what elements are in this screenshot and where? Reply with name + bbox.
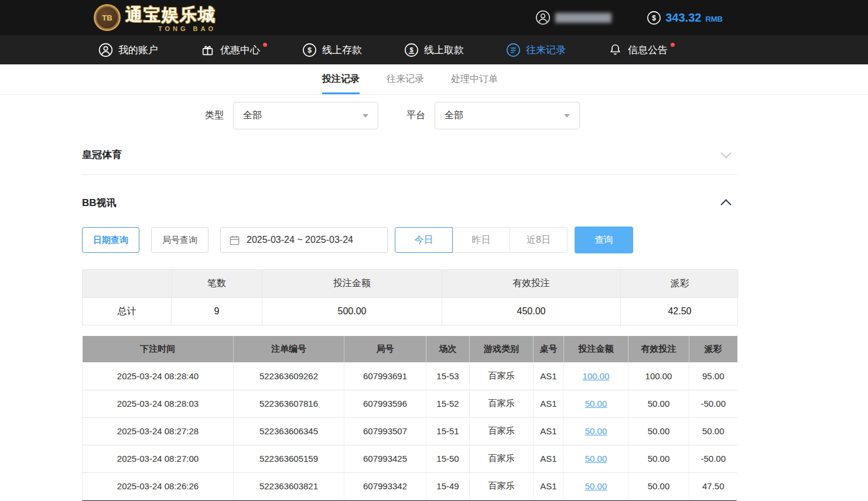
- quick-8days-button[interactable]: 近8日: [510, 227, 568, 253]
- col-game-type: 游戏类别: [470, 336, 534, 362]
- bet-amount-link[interactable]: 50.00: [585, 454, 607, 464]
- chevron-down-icon: [564, 114, 570, 118]
- valid-bet: 100.00: [628, 362, 689, 390]
- nav-withdraw[interactable]: $ 线上取款: [404, 43, 464, 57]
- session: 15-51: [426, 417, 470, 445]
- dollar-icon: $: [647, 11, 661, 25]
- account-menu[interactable]: ██████████: [535, 10, 611, 25]
- col-payout: 派彩: [689, 336, 737, 362]
- nav-announcements[interactable]: 信息公告: [608, 43, 668, 57]
- balance-amount: 343.32: [665, 11, 701, 25]
- col-order-number: 注单编号: [234, 336, 344, 362]
- platform-select[interactable]: 全部: [435, 102, 580, 129]
- table-row: 2025-03-24 08:26:26 522363603821 6079933…: [83, 472, 737, 500]
- gift-icon: [200, 43, 215, 57]
- svg-text:$: $: [307, 46, 312, 54]
- tab-transaction-records[interactable]: 往来记录: [387, 64, 424, 94]
- order-number: 522363605159: [234, 445, 344, 472]
- table-row: 2025-03-24 08:27:00 522363605159 6079934…: [83, 445, 737, 472]
- tab-processing-orders[interactable]: 处理中订单: [451, 64, 498, 94]
- summary-payout: 42.50: [620, 297, 739, 325]
- payout: 95.00: [689, 362, 737, 390]
- bet-amount-link[interactable]: 50.00: [585, 426, 607, 436]
- nav-deposit[interactable]: $ 线上存款: [302, 43, 362, 57]
- table-row: 2025-03-24 08:28:03 522363607816 6079935…: [83, 390, 737, 417]
- payout: 47.50: [689, 472, 737, 500]
- date-range-input[interactable]: 2025-03-24 ~ 2025-03-24: [220, 227, 388, 253]
- valid-bet: 50.00: [628, 445, 689, 472]
- chevron-down-icon: [363, 114, 368, 118]
- query-controls: 日期查询 局号查询 2025-03-24 ~ 2025-03-24 今日 昨日 …: [82, 227, 738, 253]
- summary-header-spacer: [83, 270, 171, 297]
- date-range-value: 2025-03-24 ~ 2025-03-24: [247, 235, 353, 245]
- bet-time: 2025-03-24 08:28:40: [83, 362, 234, 390]
- quick-today-button[interactable]: 今日: [395, 227, 453, 253]
- col-valid-bet: 有效投注: [628, 336, 689, 362]
- bet-amount-cell: 50.00: [564, 390, 628, 417]
- platform-filter-label: 平台: [406, 109, 425, 122]
- quick-yesterday-button[interactable]: 昨日: [452, 227, 510, 253]
- bet-time: 2025-03-24 08:27:28: [83, 417, 234, 445]
- nav-label: 线上存款: [322, 43, 362, 57]
- search-button[interactable]: 查询: [575, 227, 633, 253]
- type-select-value: 全部: [243, 109, 262, 122]
- bet-time: 2025-03-24 08:28:03: [83, 390, 234, 417]
- section-title: BB视讯: [82, 196, 117, 210]
- bet-amount-cell: 50.00: [564, 417, 628, 445]
- tab-bet-records[interactable]: 投注记录: [322, 64, 360, 94]
- table-row: 2025-03-24 08:28:40 522363609262 6079936…: [83, 362, 737, 390]
- brand-logo[interactable]: TB 通宝娱乐城 TONG BAO: [94, 4, 216, 32]
- notification-dot: [263, 43, 267, 47]
- summary-header-payout: 派彩: [620, 270, 739, 297]
- chevron-up-icon[interactable]: [720, 199, 731, 210]
- nav-my-account[interactable]: 我的账户: [98, 43, 158, 57]
- topbar-right: ██████████ $ 343.32 RMB: [535, 10, 723, 25]
- table-row: 2025-03-24 08:27:28 522363606345 6079935…: [83, 417, 737, 445]
- nav-transaction-records[interactable]: 往来记录: [506, 43, 566, 57]
- nav-label: 优惠中心: [220, 43, 260, 57]
- brand-text: 通宝娱乐城 TONG BAO: [125, 4, 216, 32]
- valid-bet: 50.00: [628, 417, 689, 445]
- session: 15-53: [426, 362, 470, 390]
- order-number: 522363603821: [234, 472, 344, 500]
- date-query-button[interactable]: 日期查询: [82, 227, 139, 253]
- round-number: 607993507: [344, 417, 426, 445]
- col-session: 场次: [426, 336, 470, 362]
- nav-promotions[interactable]: 优惠中心: [200, 43, 260, 57]
- notification-dot: [671, 43, 675, 47]
- round-query-button[interactable]: 局号查询: [151, 227, 209, 253]
- game-type: 百家乐: [470, 390, 534, 417]
- valid-bet: 50.00: [628, 472, 689, 500]
- top-bar: TB 通宝娱乐城 TONG BAO ██████████ $ 343.32 RM…: [0, 0, 868, 35]
- bet-amount-cell: 50.00: [564, 472, 628, 500]
- bet-amount-link[interactable]: 50.00: [585, 481, 607, 491]
- type-select[interactable]: 全部: [233, 102, 378, 129]
- bet-time: 2025-03-24 08:27:00: [83, 445, 234, 472]
- valid-bet: 50.00: [628, 390, 689, 417]
- game-type: 百家乐: [470, 445, 534, 472]
- table-number: AS1: [534, 472, 564, 500]
- chevron-down-icon[interactable]: [720, 147, 731, 158]
- section-bb-live[interactable]: BB视讯: [82, 175, 738, 210]
- balance: $ 343.32 RMB: [647, 11, 723, 25]
- round-number: 607993596: [344, 390, 426, 417]
- col-bet-time: 下注时间: [83, 336, 234, 362]
- records-icon: [506, 43, 521, 57]
- table-number: AS1: [534, 390, 564, 417]
- bet-amount-link[interactable]: 50.00: [585, 399, 607, 409]
- bet-amount-link[interactable]: 100.00: [583, 371, 610, 381]
- order-number: 522363609262: [234, 362, 344, 390]
- user-icon: [535, 10, 551, 25]
- order-number: 522363607816: [234, 390, 344, 417]
- session: 15-52: [426, 390, 470, 417]
- balance-currency: RMB: [705, 15, 723, 23]
- main-nav: 我的账户 优惠中心 $ 线上存款 $ 线上取款 往来记录: [0, 35, 868, 64]
- page-content: 类型 全部 平台 全部 皇冠体育 BB视讯 日期查询 局号查询 2025-03-…: [82, 102, 738, 501]
- platform-select-value: 全部: [445, 109, 463, 122]
- svg-text:$: $: [409, 46, 413, 53]
- bet-records-table: 下注时间 注单编号 局号 场次 游戏类别 桌号 投注金额 有效投注 派彩 202…: [82, 336, 737, 500]
- round-number: 607993425: [344, 445, 426, 472]
- session: 15-50: [426, 445, 470, 472]
- summary-header-count: 笔数: [171, 270, 262, 297]
- section-crown-sports[interactable]: 皇冠体育: [82, 129, 738, 175]
